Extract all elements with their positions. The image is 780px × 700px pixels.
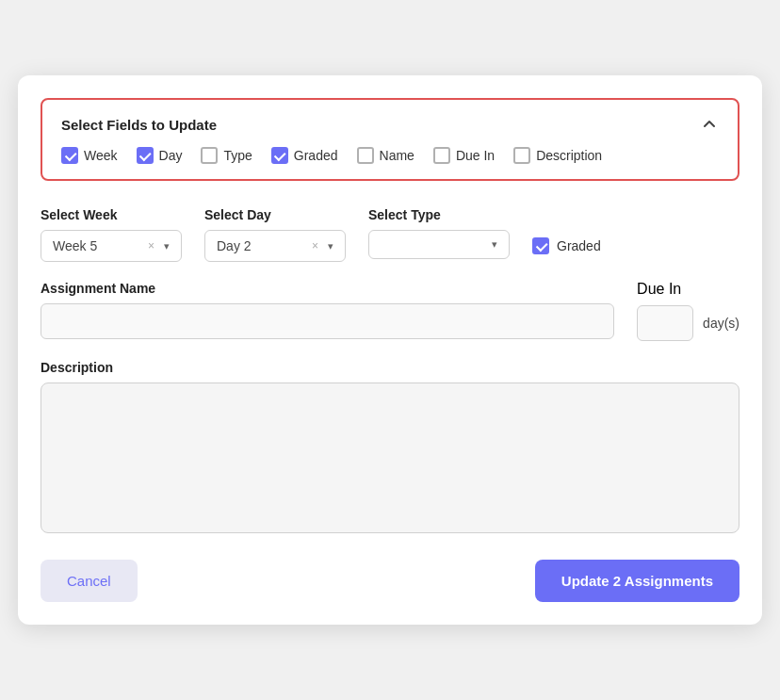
- select-week-arrow: ▾: [164, 240, 170, 252]
- select-type-group: Select Type ▾: [368, 207, 510, 259]
- due-in-label: Due In: [637, 281, 739, 298]
- select-fields-title: Select Fields to Update: [61, 117, 217, 133]
- select-day-dropdown[interactable]: Day 2 × ▾: [204, 230, 346, 262]
- description-textarea[interactable]: [41, 383, 739, 533]
- select-day-group: Select Day Day 2 × ▾: [204, 207, 346, 262]
- checkbox-type-input[interactable]: [201, 147, 218, 164]
- checkbox-description-input[interactable]: [513, 147, 530, 164]
- graded-group[interactable]: Graded: [532, 207, 601, 254]
- select-fields-header: Select Fields to Update: [61, 115, 719, 134]
- checkbox-name-input[interactable]: [357, 147, 374, 164]
- checkbox-week[interactable]: Week: [61, 147, 118, 164]
- checkbox-type[interactable]: Type: [201, 147, 252, 164]
- checkbox-week-label: Week: [84, 148, 118, 163]
- checkboxes-row: Week Day Type Graded Name: [61, 147, 719, 164]
- checkbox-week-input[interactable]: [61, 147, 78, 164]
- description-section: Description: [41, 360, 739, 537]
- assignment-name-input[interactable]: [41, 303, 614, 339]
- checkbox-graded-label: Graded: [294, 148, 338, 163]
- select-type-label: Select Type: [368, 207, 510, 222]
- graded-label: Graded: [557, 238, 601, 253]
- checkbox-graded-input[interactable]: [271, 147, 288, 164]
- checkbox-due-in-label: Due In: [456, 148, 495, 163]
- collapse-icon[interactable]: [700, 115, 719, 134]
- checkbox-day-label: Day: [159, 148, 183, 163]
- days-suffix: day(s): [703, 316, 739, 331]
- update-assignments-button[interactable]: Update 2 Assignments: [535, 560, 739, 602]
- graded-checkbox[interactable]: [532, 237, 549, 254]
- name-due-row: Assignment Name Due In day(s): [41, 281, 739, 341]
- select-day-value: Day 2: [217, 238, 302, 253]
- select-type-arrow: ▾: [492, 238, 497, 251]
- due-in-input-row: day(s): [637, 305, 739, 341]
- select-day-arrow: ▾: [328, 240, 333, 252]
- description-label: Description: [41, 360, 739, 375]
- select-week-value: Week 5: [53, 238, 138, 253]
- checkbox-due-in[interactable]: Due In: [433, 147, 495, 164]
- due-in-input[interactable]: [637, 305, 693, 341]
- assignment-name-label: Assignment Name: [41, 281, 614, 296]
- select-week-dropdown[interactable]: Week 5 × ▾: [41, 230, 182, 262]
- select-type-dropdown[interactable]: ▾: [368, 230, 510, 259]
- select-week-label: Select Week: [41, 207, 182, 222]
- checkbox-day[interactable]: Day: [137, 147, 183, 164]
- checkbox-name-label: Name: [380, 148, 414, 163]
- checkbox-type-label: Type: [223, 148, 252, 163]
- checkbox-description[interactable]: Description: [513, 147, 602, 164]
- modal-container: Select Fields to Update Week Day Type: [18, 75, 762, 625]
- select-day-clear[interactable]: ×: [310, 239, 320, 252]
- checkbox-name[interactable]: Name: [357, 147, 414, 164]
- select-fields-section: Select Fields to Update Week Day Type: [41, 98, 739, 181]
- week-day-type-row: Select Week Week 5 × ▾ Select Day Day 2 …: [41, 207, 739, 262]
- select-day-label: Select Day: [204, 207, 346, 222]
- checkbox-graded[interactable]: Graded: [271, 147, 338, 164]
- select-week-group: Select Week Week 5 × ▾: [41, 207, 182, 262]
- cancel-button[interactable]: Cancel: [41, 560, 138, 602]
- checkbox-day-input[interactable]: [137, 147, 154, 164]
- checkbox-due-in-input[interactable]: [433, 147, 450, 164]
- footer-row: Cancel Update 2 Assignments: [41, 560, 739, 602]
- select-week-clear[interactable]: ×: [146, 239, 156, 252]
- due-in-group: Due In day(s): [637, 281, 739, 341]
- assignment-name-group: Assignment Name: [41, 281, 614, 339]
- checkbox-description-label: Description: [536, 148, 602, 163]
